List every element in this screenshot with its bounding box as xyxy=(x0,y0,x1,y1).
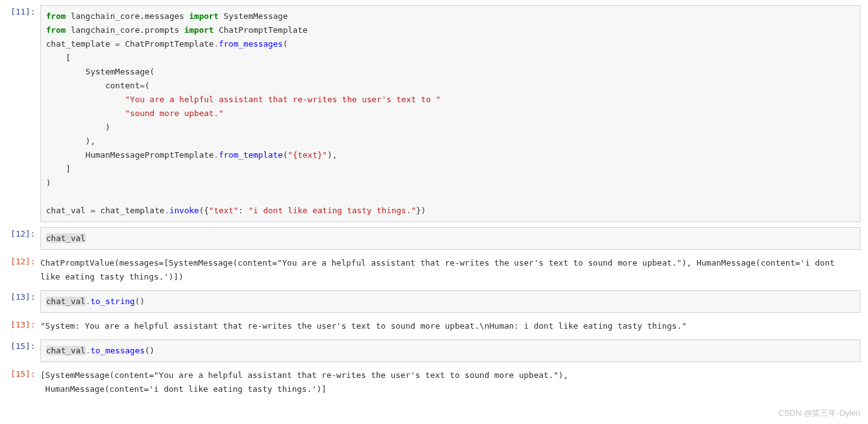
code-cell: [11]: from langchain_core.messages impor… xyxy=(0,5,868,222)
output-cell: [13]: "System: You are a helpful assista… xyxy=(0,318,868,334)
input-prompt: [13]: xyxy=(0,290,40,313)
output-content: "System: You are a helpful assistant tha… xyxy=(40,318,860,334)
code-content[interactable]: from langchain_core.messages import Syst… xyxy=(46,9,855,218)
code-content[interactable]: chat_val.to_messages() xyxy=(46,344,855,358)
output-content: ChatPromptValue(messages=[SystemMessage(… xyxy=(40,255,860,285)
code-cell: [12]: chat_val xyxy=(0,227,868,250)
input-prompt: [11]: xyxy=(0,5,40,222)
output-prompt: [12]: xyxy=(0,255,40,285)
code-input-area[interactable]: chat_val xyxy=(40,227,860,250)
output-content: [SystemMessage(content="You are a helpfu… xyxy=(40,367,860,398)
code-content[interactable]: chat_val.to_string() xyxy=(46,295,855,309)
input-prompt: [15]: xyxy=(0,339,40,362)
input-prompt: [12]: xyxy=(0,227,40,250)
code-input-area[interactable]: chat_val.to_messages() xyxy=(40,339,860,362)
code-content[interactable]: chat_val xyxy=(46,232,855,245)
output-cell: [12]: ChatPromptValue(messages=[SystemMe… xyxy=(0,255,868,285)
output-cell: [15]: [SystemMessage(content="You are a … xyxy=(0,367,868,398)
output-prompt: [15]: xyxy=(0,367,40,398)
code-input-area[interactable]: chat_val.to_string() xyxy=(40,290,860,313)
code-cell: [13]: chat_val.to_string() xyxy=(0,290,868,313)
code-input-area[interactable]: from langchain_core.messages import Syst… xyxy=(40,5,860,222)
code-cell: [15]: chat_val.to_messages() xyxy=(0,339,868,362)
output-prompt: [13]: xyxy=(0,318,40,334)
